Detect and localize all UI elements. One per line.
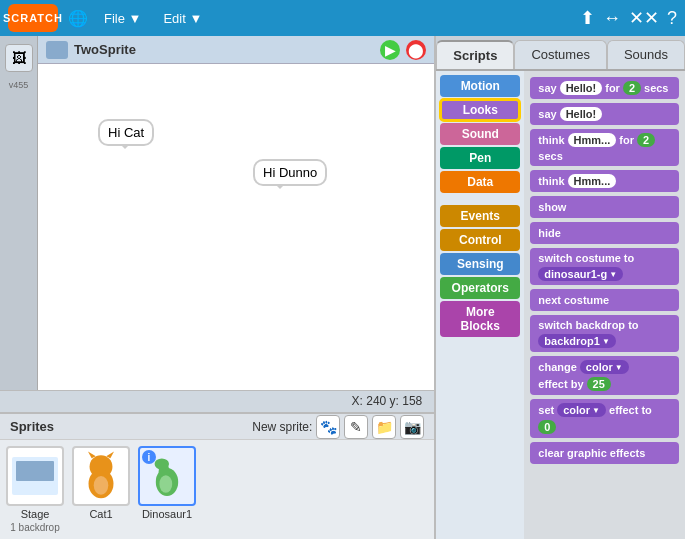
categories-panel: Motion Looks Sound Pen Data Events Contr… bbox=[436, 71, 524, 539]
stage-item[interactable]: Stage 1 backdrop bbox=[6, 446, 64, 533]
dinosaur1-sprite-item[interactable]: i Dinosaur1 bbox=[138, 446, 196, 520]
camera-sprite-button[interactable]: 📷 bbox=[400, 415, 424, 439]
left-panel: 🖼 v455 TwoSprite ▶ ⬤ Hi Cat Hi Dunno bbox=[0, 36, 434, 539]
dino1-label: Dinosaur1 bbox=[142, 508, 192, 520]
green-flag-button[interactable]: ▶ bbox=[380, 40, 400, 60]
turbo-icon[interactable]: ✕✕ bbox=[629, 7, 659, 29]
block-say-hello-secs[interactable]: say Hello! for 2 secs bbox=[530, 77, 679, 99]
block-hide[interactable]: hide bbox=[530, 222, 679, 244]
main: 🖼 v455 TwoSprite ▶ ⬤ Hi Cat Hi Dunno bbox=[0, 36, 685, 539]
new-sprite-label: New sprite: bbox=[252, 420, 312, 434]
upload-icon[interactable]: ⬆ bbox=[580, 7, 595, 29]
category-pen[interactable]: Pen bbox=[440, 147, 520, 169]
block-clear-effects[interactable]: clear graphic effects bbox=[530, 442, 679, 464]
category-more-blocks[interactable]: More Blocks bbox=[440, 301, 520, 337]
category-events[interactable]: Events bbox=[440, 205, 520, 227]
top-right-icons: ⬆ ↔ ✕✕ ? bbox=[580, 7, 677, 29]
block-think-hmm-secs[interactable]: think Hmm... for 2 secs bbox=[530, 129, 679, 166]
sprite-info-badge[interactable]: i bbox=[142, 450, 156, 464]
scratch-logo: SCRATCH bbox=[8, 4, 58, 32]
sprite-icon-sm bbox=[46, 41, 68, 59]
stage-container: 🖼 v455 TwoSprite ▶ ⬤ Hi Cat Hi Dunno bbox=[0, 36, 434, 390]
blocks-panel: say Hello! for 2 secs say Hello! think H… bbox=[524, 71, 685, 539]
block-switch-costume[interactable]: switch costume to dinosaur1-g bbox=[530, 248, 679, 285]
block-say-hello[interactable]: say Hello! bbox=[530, 103, 679, 125]
tab-costumes[interactable]: Costumes bbox=[514, 40, 607, 69]
draw-sprite-button[interactable]: ✎ bbox=[344, 415, 368, 439]
tab-sounds[interactable]: Sounds bbox=[607, 40, 685, 69]
sprites-panel: Sprites New sprite: 🐾 ✎ 📁 📷 bbox=[0, 412, 434, 539]
stage-name: TwoSprite bbox=[74, 42, 374, 57]
block-next-costume[interactable]: next costume bbox=[530, 289, 679, 311]
blocks-area: Motion Looks Sound Pen Data Events Contr… bbox=[436, 71, 685, 539]
cat1-sprite-item[interactable]: Cat1 bbox=[72, 446, 130, 520]
fullscreen-icon[interactable]: ↔ bbox=[603, 8, 621, 29]
block-change-effect[interactable]: change color effect by 25 bbox=[530, 356, 679, 395]
version-label: v455 bbox=[9, 80, 29, 90]
edit-menu[interactable]: Edit ▼ bbox=[157, 9, 208, 28]
upload-sprite-button[interactable]: 📁 bbox=[372, 415, 396, 439]
block-think-hmm[interactable]: think Hmm... bbox=[530, 170, 679, 192]
new-sprite-controls: New sprite: 🐾 ✎ 📁 📷 bbox=[252, 415, 424, 439]
right-panel: Scripts Costumes Sounds Motion Looks Sou… bbox=[434, 36, 685, 539]
svg-point-31 bbox=[155, 458, 169, 469]
category-looks[interactable]: Looks bbox=[440, 99, 520, 121]
stage-backdrop-label: 1 backdrop bbox=[10, 522, 59, 533]
block-show[interactable]: show bbox=[530, 196, 679, 218]
dino-speech-bubble: Hi Cat bbox=[98, 119, 154, 146]
stage-label: Stage bbox=[21, 508, 50, 520]
coordinates: X: 240 y: 158 bbox=[352, 394, 423, 408]
category-motion[interactable]: Motion bbox=[440, 75, 520, 97]
tab-scripts[interactable]: Scripts bbox=[436, 40, 514, 69]
paint-sprite-button[interactable]: 🐾 bbox=[316, 415, 340, 439]
cat1-thumb bbox=[72, 446, 130, 506]
svg-rect-23 bbox=[16, 461, 54, 481]
block-switch-backdrop[interactable]: switch backdrop to backdrop1 bbox=[530, 315, 679, 352]
topbar: SCRATCH 🌐 File ▼ Edit ▼ ⬆ ↔ ✕✕ ? bbox=[0, 0, 685, 36]
tabs-bar: Scripts Costumes Sounds bbox=[436, 36, 685, 71]
category-control[interactable]: Control bbox=[440, 229, 520, 251]
help-icon[interactable]: ? bbox=[667, 8, 677, 29]
cat1-label: Cat1 bbox=[89, 508, 112, 520]
svg-point-32 bbox=[159, 475, 172, 493]
stage-main: TwoSprite ▶ ⬤ Hi Cat Hi Dunno bbox=[38, 36, 434, 390]
category-operators[interactable]: Operators bbox=[440, 277, 520, 299]
stop-button[interactable]: ⬤ bbox=[406, 40, 426, 60]
stage-sidebar: 🖼 v455 bbox=[0, 36, 38, 390]
category-data[interactable]: Data bbox=[440, 171, 520, 193]
cat-speech-bubble: Hi Dunno bbox=[253, 159, 327, 186]
stage-sidebar-icon[interactable]: 🖼 bbox=[5, 44, 33, 72]
stage-titlebar: TwoSprite ▶ ⬤ bbox=[38, 36, 434, 64]
dino1-thumb: i bbox=[138, 446, 196, 506]
sprites-header: Sprites New sprite: 🐾 ✎ 📁 📷 bbox=[0, 414, 434, 440]
sprites-list: Stage 1 backdrop Cat1 bbox=[0, 440, 434, 539]
block-set-effect[interactable]: set color effect to 0 bbox=[530, 399, 679, 438]
category-sensing[interactable]: Sensing bbox=[440, 253, 520, 275]
sprites-title: Sprites bbox=[10, 419, 54, 434]
svg-point-28 bbox=[94, 476, 109, 495]
coords-bar: X: 240 y: 158 bbox=[0, 390, 434, 412]
file-menu[interactable]: File ▼ bbox=[98, 9, 147, 28]
category-sound[interactable]: Sound bbox=[440, 123, 520, 145]
stage-thumb bbox=[6, 446, 64, 506]
globe-icon[interactable]: 🌐 bbox=[68, 9, 88, 28]
